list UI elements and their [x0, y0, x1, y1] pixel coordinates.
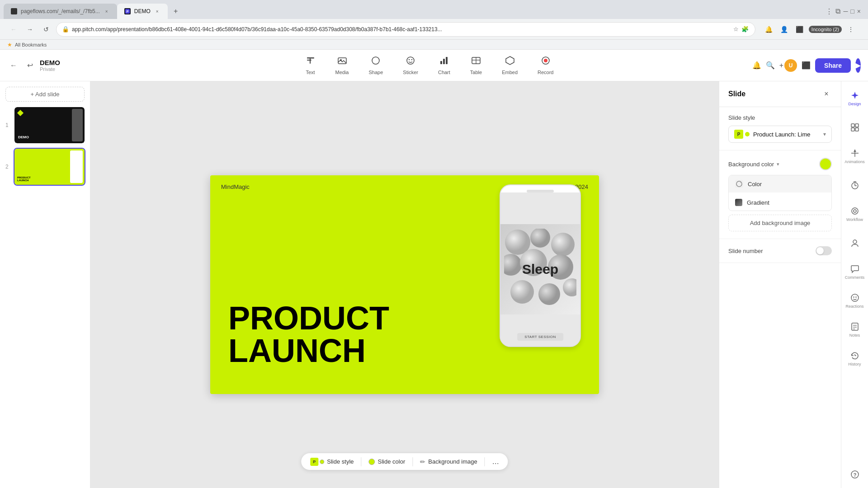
- sidebar-item-timing[interactable]: [845, 172, 865, 199]
- chart-tool-icon: [439, 56, 449, 68]
- close-window-button[interactable]: ×: [857, 8, 861, 15]
- tool-chart-button[interactable]: Chart: [434, 53, 455, 78]
- tool-table-button[interactable]: Table: [466, 53, 486, 78]
- forward-nav-button[interactable]: →: [24, 23, 36, 36]
- svg-rect-12: [443, 59, 445, 64]
- incognito-badge[interactable]: Incognito (2): [809, 26, 842, 33]
- slide-2-thumbnail[interactable]: PRODUCTLAUNCH: [14, 149, 85, 185]
- sidebar-item-notes[interactable]: Notes: [845, 316, 865, 343]
- comments-label: Comments: [845, 275, 865, 280]
- undo-button[interactable]: ↩: [24, 59, 36, 72]
- svg-rect-31: [855, 124, 859, 127]
- background-color-swatch[interactable]: [819, 158, 832, 170]
- svg-point-8: [407, 57, 414, 64]
- svg-marker-34: [854, 150, 856, 152]
- slide-style-label: Slide style: [327, 458, 354, 465]
- shape-tool-icon: [371, 56, 381, 68]
- slide-style-section-label: Slide style: [728, 114, 832, 121]
- tab-favicon-pageflows: [11, 8, 17, 14]
- share-button[interactable]: Share: [815, 58, 851, 73]
- history-label: History: [848, 362, 861, 367]
- text-tool-label: Text: [306, 70, 315, 75]
- tab-pageflows[interactable]: pageflows.com/_/emails/_/7fb5... ×: [4, 4, 117, 19]
- tool-embed-button[interactable]: Embed: [497, 53, 522, 78]
- table-tool-icon: [471, 56, 481, 68]
- svg-rect-33: [855, 128, 859, 131]
- tab-pitch[interactable]: P DEMO ×: [117, 4, 168, 19]
- gradient-option-icon: [735, 199, 742, 206]
- sidebar-item-animations[interactable]: Animations: [845, 143, 865, 170]
- color-options-container: Color Gradient: [728, 175, 832, 211]
- presentation-info: DEMO Private: [40, 59, 60, 72]
- svg-rect-32: [851, 128, 854, 131]
- back-nav-button[interactable]: ←: [7, 23, 20, 36]
- profile-manager-icon[interactable]: 👤: [778, 23, 791, 36]
- restore-button[interactable]: ⧉: [835, 7, 840, 15]
- svg-point-28: [563, 278, 576, 296]
- sidebar-item-layout[interactable]: [845, 114, 865, 141]
- slide-1-thumbnail[interactable]: DEMO: [14, 107, 85, 143]
- present-icon-button[interactable]: ⬛: [802, 58, 811, 73]
- sidebar-item-reactions[interactable]: Reactions: [845, 287, 865, 314]
- svg-point-41: [853, 240, 857, 244]
- sidebar-item-help[interactable]: ?: [845, 461, 865, 488]
- tool-sticker-button[interactable]: Sticker: [398, 53, 423, 78]
- notifications-icon[interactable]: 🔔: [763, 23, 775, 36]
- bottom-bar-container: P Slide style Slide color ✏ Background i…: [301, 453, 508, 470]
- slide-1-diamond-icon: [17, 110, 24, 116]
- style-selector-dropdown[interactable]: P Product Launch: Lime ▾: [728, 126, 832, 143]
- reload-button[interactable]: ↺: [40, 23, 52, 36]
- tool-text-button[interactable]: Text: [301, 53, 320, 78]
- more-options-button[interactable]: ...: [492, 457, 499, 466]
- bg-color-chevron-icon[interactable]: ▾: [777, 161, 779, 167]
- sidebar-item-profile[interactable]: [845, 230, 865, 257]
- bookmark-star-icon[interactable]: ☆: [731, 25, 741, 34]
- slide-canvas[interactable]: MindMagic July 2024 PRODUCT LAUNCH: [210, 175, 599, 394]
- reactions-label: Reactions: [845, 304, 863, 309]
- present-play-button[interactable]: ▶: [855, 58, 861, 73]
- svg-point-40: [854, 210, 856, 212]
- background-image-picker[interactable]: ✏ Background image: [420, 458, 477, 465]
- back-to-home-button[interactable]: ←: [7, 59, 20, 72]
- color-option-gradient[interactable]: Gradient: [729, 194, 831, 211]
- tab-close-pitch[interactable]: ×: [154, 8, 160, 14]
- sidebar-item-comments[interactable]: Comments: [845, 258, 865, 286]
- user-avatar: U: [784, 59, 797, 72]
- svg-point-21: [530, 229, 550, 248]
- maximize-button[interactable]: □: [850, 8, 854, 15]
- slide-color-label: Slide color: [378, 458, 406, 465]
- sidebar-item-history[interactable]: History: [845, 345, 865, 372]
- slide-style-picker[interactable]: P Slide style: [310, 458, 354, 466]
- extensions-icon[interactable]: 🧩: [741, 25, 750, 34]
- minimize-button[interactable]: ─: [843, 8, 848, 15]
- design-label: Design: [848, 102, 861, 107]
- panel-close-button[interactable]: ×: [821, 89, 832, 99]
- color-option-color-label: Color: [748, 181, 762, 188]
- svg-point-22: [551, 233, 575, 256]
- add-slide-button[interactable]: + Add slide: [5, 87, 85, 102]
- tab-add-button[interactable]: +: [170, 5, 182, 18]
- browser-controls: ← → ↺ 🔒 app.pitch.com/app/presentation/b…: [0, 19, 868, 40]
- sidebar-item-design[interactable]: Design: [845, 85, 865, 112]
- search-button[interactable]: 🔍: [766, 58, 775, 73]
- slide-color-picker[interactable]: Slide color: [369, 458, 406, 465]
- tool-record-button[interactable]: Record: [533, 53, 558, 78]
- tool-media-button[interactable]: Media: [331, 53, 354, 78]
- browser-menu-icon[interactable]: ⋮: [844, 23, 857, 36]
- sidebar-item-workflow[interactable]: Workflow: [845, 201, 865, 228]
- timing-icon: [850, 181, 859, 190]
- notifications-bell-button[interactable]: 🔔: [752, 58, 761, 73]
- slide-brand: MindMagic: [221, 183, 250, 190]
- background-color-section: Background color ▾ Color Gr: [719, 150, 841, 239]
- svg-rect-2: [307, 57, 314, 59]
- slide-number-toggle[interactable]: [816, 246, 832, 255]
- svg-rect-11: [440, 61, 442, 64]
- tab-menu-button[interactable]: ⋮: [826, 7, 833, 16]
- extension-btn[interactable]: ⬛: [793, 23, 806, 36]
- address-bar[interactable]: 🔒 app.pitch.com/app/presentation/b86dbc6…: [56, 22, 755, 37]
- tab-close-pageflows[interactable]: ×: [104, 8, 110, 14]
- add-collaborator-button[interactable]: + U: [779, 59, 797, 72]
- add-background-image-button[interactable]: Add background image: [728, 215, 832, 231]
- tool-shape-button[interactable]: Shape: [364, 53, 388, 78]
- color-option-color[interactable]: Color: [729, 175, 831, 192]
